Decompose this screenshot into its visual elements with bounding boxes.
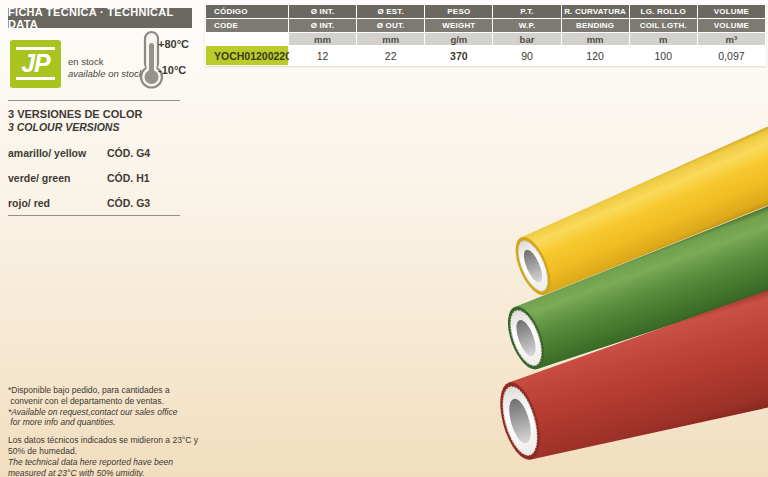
footnote-line-en: The technical data here reported have be… xyxy=(8,457,208,468)
colour-name: amarillo/ yellow xyxy=(8,147,86,159)
col-header-es: Ø INT. xyxy=(289,5,356,18)
colour-code: CÓD. G3 xyxy=(107,197,150,209)
col-header-en: BENDING xyxy=(562,19,629,32)
value-cell: 0,097 xyxy=(698,46,765,65)
col-header-es: CÓDIGO xyxy=(206,5,288,18)
divider-bottom xyxy=(8,215,180,216)
colour-code: CÓD. H1 xyxy=(107,172,150,184)
product-code-cell: YOCH0120022000 xyxy=(206,46,288,65)
col-header-es: R. CURVATURA xyxy=(562,5,629,18)
col-unit: mm xyxy=(289,33,356,45)
footnote-line-en: *Available on request,contact our sales … xyxy=(8,407,208,418)
col-unit: mm xyxy=(562,33,629,45)
footnote-line-es: Los datos técnicos indicados se midieron… xyxy=(8,435,208,446)
colour-version-row: rojo/ redCÓD. G3 xyxy=(8,197,180,222)
col-unit: m³ xyxy=(698,33,765,45)
col-header-en: Ø OUT. xyxy=(357,19,424,32)
col-header-es: PESO xyxy=(425,5,492,18)
jp-logo: JP xyxy=(10,40,61,88)
value-cell: 22 xyxy=(357,46,424,65)
value-cell: 90 xyxy=(493,46,560,65)
value-cell: 100 xyxy=(630,46,697,65)
col-unit: bar xyxy=(493,33,560,45)
colour-versions-title-es: 3 VERSIONES DE COLOR xyxy=(8,108,142,120)
col-header-es: Ø EST. xyxy=(357,5,424,18)
col-unit: m xyxy=(630,33,697,45)
footnote-line-en: measured at 23°C with 50% umidity. xyxy=(8,468,208,477)
colour-version-row: amarillo/ yellowCÓD. G4 xyxy=(8,147,180,172)
value-cell: 12 xyxy=(289,46,356,65)
col-unit: g/m xyxy=(425,33,492,45)
colour-versions-title-en: 3 COLOUR VERSIONS xyxy=(8,121,119,133)
colour-versions-list: amarillo/ yellowCÓD. G4verde/ greenCÓD. … xyxy=(8,147,180,222)
col-header-en: W.P. xyxy=(493,19,560,32)
col-header-en: CODE xyxy=(206,19,288,32)
logo-underline xyxy=(16,77,55,80)
divider-top xyxy=(8,100,180,101)
footnote-line-en: for more info and quantities. xyxy=(8,417,208,428)
value-cell: 120 xyxy=(562,46,629,65)
col-unit xyxy=(206,33,288,45)
footnotes: *Disponible bajo pedido, para cantidades… xyxy=(8,385,208,477)
col-header-es: VOLUME xyxy=(698,5,765,18)
page-title: FICHA TÈCNICA · TECHNICAL DATA xyxy=(8,8,192,28)
footnote-line-es: 50% de humedad. xyxy=(8,446,208,457)
footnote-line-es: *Disponible bajo pedido, para cantidades… xyxy=(8,385,208,396)
colour-name: rojo/ red xyxy=(8,197,50,209)
value-cell: 370 xyxy=(425,46,492,65)
colour-version-row: verde/ greenCÓD. H1 xyxy=(8,172,180,197)
colour-code: CÓD. G4 xyxy=(107,147,150,159)
col-unit: mm xyxy=(357,33,424,45)
col-header-es: LG. ROLLO xyxy=(630,5,697,18)
colour-name: verde/ green xyxy=(8,172,70,184)
footnote-group: Los datos técnicos indicados se midieron… xyxy=(8,435,208,477)
footnote-line-es: convenir con el departamento de ventas. xyxy=(8,396,208,407)
col-header-es: P.T. xyxy=(493,5,560,18)
logo-letters: JP xyxy=(10,49,61,78)
col-header-en: VOLUME xyxy=(698,19,765,32)
footnote-group: *Disponible bajo pedido, para cantidades… xyxy=(8,385,208,428)
spec-table: CÓDIGOØ INT.Ø EST.PESOP.T.R. CURVATURALG… xyxy=(205,4,766,66)
temperature-max: +80°C xyxy=(158,38,202,50)
datasheet-page: FICHA TÈCNICA · TECHNICAL DATA JP en sto… xyxy=(0,0,768,477)
col-header-en: WEIGHT xyxy=(425,19,492,32)
col-header-en: COIL LGTH. xyxy=(630,19,697,32)
col-header-en: Ø INT. xyxy=(289,19,356,32)
temperature-min: -10°C xyxy=(158,64,202,76)
